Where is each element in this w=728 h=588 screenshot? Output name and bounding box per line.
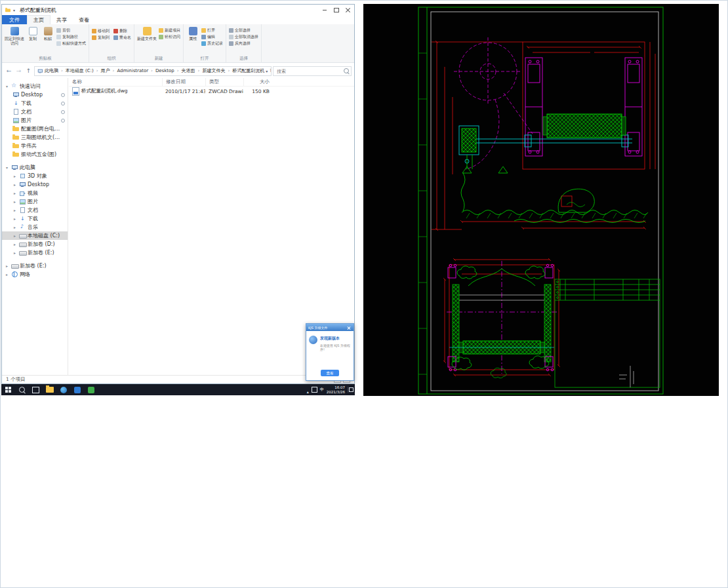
chevron-right-icon[interactable] [12, 250, 17, 255]
select-none-button[interactable]: 全部取消选择 [229, 34, 258, 39]
sidebar-item-pictures[interactable]: 图片 [2, 197, 68, 206]
address-dropdown-icon[interactable] [266, 68, 268, 74]
tab-share[interactable]: 共享 [51, 15, 73, 24]
tray-expand-icon[interactable] [307, 383, 309, 396]
copy-button[interactable]: 复制 [26, 26, 39, 41]
cut-button[interactable]: 剪切 [56, 28, 86, 33]
breadcrumb-segment[interactable]: 本地磁盘 (C:) [64, 68, 100, 74]
sidebar-item-network[interactable]: 网络 [2, 270, 68, 279]
select-all-button[interactable]: 全部选择 [229, 28, 258, 33]
sidebar-item-downloads[interactable]: 下载 [2, 99, 68, 108]
move-to-button[interactable]: 移动到 [92, 28, 110, 33]
copy-to-button[interactable]: 复制到 [92, 35, 110, 40]
tab-home[interactable]: 主页 [27, 15, 51, 24]
sidebar-item-desktop[interactable]: Desktop [2, 180, 68, 189]
sidebar-item-desktop[interactable]: Desktop [2, 90, 68, 99]
column-header-date[interactable]: 修改日期 [162, 78, 205, 86]
file-row[interactable]: 桥式配重刮泥机.dwg 2010/1/17 21:43 ZWCAD Drawin… [69, 87, 354, 96]
start-button[interactable] [1, 384, 15, 395]
up-icon[interactable] [24, 67, 33, 75]
chevron-right-icon[interactable] [12, 182, 17, 187]
sidebar-item-volume-e-root[interactable]: 新加卷 (E:) [2, 262, 68, 270]
paste-shortcut-button[interactable]: 粘贴快捷方式 [56, 41, 86, 46]
chevron-right-icon[interactable] [5, 264, 9, 268]
edit-button[interactable]: 编辑 [201, 34, 223, 39]
tab-file[interactable]: 文件 [2, 15, 27, 24]
chevron-right-icon[interactable] [12, 242, 17, 246]
breadcrumb[interactable]: 此电脑 本地磁盘 (C:) 用户 Administrator Desktop 夹… [34, 66, 272, 76]
cad-viewport[interactable] [363, 4, 719, 396]
rename-button[interactable]: 重命名 [113, 35, 131, 40]
breadcrumb-segment-current[interactable]: 桥式配重刮泥机 [231, 68, 266, 74]
column-header-type[interactable]: 类型 [205, 78, 243, 86]
history-button[interactable]: 历史记录 [201, 41, 223, 46]
ime-indicator[interactable]: 中 [320, 387, 324, 393]
title-bar[interactable]: 桥式配重刮泥机 [2, 5, 354, 15]
sidebar-item-documents[interactable]: 文档 [2, 206, 68, 214]
close-button[interactable] [342, 5, 354, 15]
chevron-right-icon[interactable] [12, 208, 17, 212]
sidebar-item-documents[interactable]: 文档 [2, 108, 68, 116]
breadcrumb-segment[interactable]: 新建文件夹 [201, 68, 231, 74]
taskbar-app-office[interactable] [70, 384, 84, 395]
popup-view-button[interactable]: 查看 [321, 370, 339, 376]
column-header-name[interactable]: 名称 [69, 78, 162, 86]
breadcrumb-segment[interactable]: 此电脑 [43, 68, 64, 74]
chevron-right-icon[interactable] [12, 191, 17, 195]
sidebar-item-this-pc[interactable]: 此电脑 [2, 163, 68, 172]
column-header-size[interactable]: 大小 [243, 78, 272, 86]
sidebar-item-music[interactable]: 音乐 [2, 223, 68, 231]
breadcrumb-segment[interactable]: 用户 [100, 68, 116, 74]
paste-button[interactable]: 粘贴 [41, 26, 54, 41]
sidebar-item-volume-d[interactable]: 新加卷 (D:) [2, 240, 68, 248]
taskbar-search-button[interactable] [15, 384, 29, 395]
forward-icon[interactable] [14, 67, 23, 75]
popup-close-icon[interactable] [346, 325, 352, 330]
chevron-down-icon[interactable] [5, 165, 9, 170]
sidebar-item-volume-e[interactable]: 新加卷 (E:) [2, 248, 68, 257]
taskbar-app-cad[interactable] [84, 384, 98, 395]
back-icon[interactable] [5, 67, 13, 75]
task-view-button[interactable] [29, 384, 43, 395]
sidebar-item-downloads[interactable]: 下载 [2, 214, 68, 223]
search-box[interactable] [273, 66, 352, 76]
chevron-right-icon[interactable] [12, 199, 17, 204]
chevron-right-icon[interactable] [5, 272, 9, 277]
properties-button[interactable]: 属性 [186, 26, 199, 41]
minimize-button[interactable] [319, 5, 331, 15]
new-item-button[interactable]: 新建项目 [159, 28, 180, 33]
delete-button[interactable]: 删除 [113, 28, 131, 33]
copy-path-button[interactable]: 复制路径 [56, 34, 86, 39]
breadcrumb-segment[interactable]: Administrator [115, 68, 154, 73]
sidebar-item-folder[interactable]: 配重图(两台电脑) [2, 125, 68, 133]
breadcrumb-segment[interactable]: Desktop [154, 68, 180, 73]
chevron-right-icon[interactable] [12, 216, 17, 221]
sidebar-item-folder[interactable]: 学伟兵 [2, 142, 68, 150]
taskbar-app-browser[interactable] [56, 384, 70, 395]
taskbar-clock[interactable]: 16:07 2021/3/26 [327, 385, 345, 394]
popup-title-bar[interactable]: KJS 升级文件 [306, 324, 354, 331]
maximize-button[interactable] [331, 5, 342, 15]
sidebar-item-pictures[interactable]: 图片 [2, 116, 68, 125]
pin-to-quick-access-button[interactable]: 固定到快速访问 [5, 26, 24, 45]
action-center-button[interactable] [348, 387, 354, 393]
tray-app-icon[interactable] [312, 387, 317, 393]
new-folder-button[interactable]: 新建文件夹 [137, 26, 157, 41]
sidebar-item-videos[interactable]: 视频 [2, 189, 68, 197]
chevron-down-icon[interactable] [5, 84, 9, 88]
tab-view[interactable]: 查看 [73, 15, 95, 24]
sidebar-item-folder[interactable]: 三期图纸机文(格图) [2, 133, 68, 142]
sidebar-item-3d-objects[interactable]: 3D 对象 [2, 172, 68, 180]
chevron-right-icon[interactable] [12, 174, 17, 178]
chevron-right-icon[interactable] [12, 233, 17, 238]
refresh-icon[interactable] [270, 68, 272, 74]
invert-selection-button[interactable]: 反向选择 [229, 41, 258, 46]
open-button[interactable]: 打开 [201, 28, 223, 33]
taskbar-app-explorer[interactable] [43, 384, 56, 395]
chevron-right-icon[interactable] [12, 225, 17, 229]
sidebar-item-folder[interactable]: 振动式五金(图) [2, 150, 68, 159]
sidebar-item-local-disk-c[interactable]: 本地磁盘 (C:) [2, 231, 68, 240]
breadcrumb-segment[interactable]: 夹道图 [180, 68, 201, 74]
easy-access-button[interactable]: 轻松访问 [159, 34, 180, 39]
quick-access-toolbar-caret-icon[interactable] [13, 7, 15, 13]
